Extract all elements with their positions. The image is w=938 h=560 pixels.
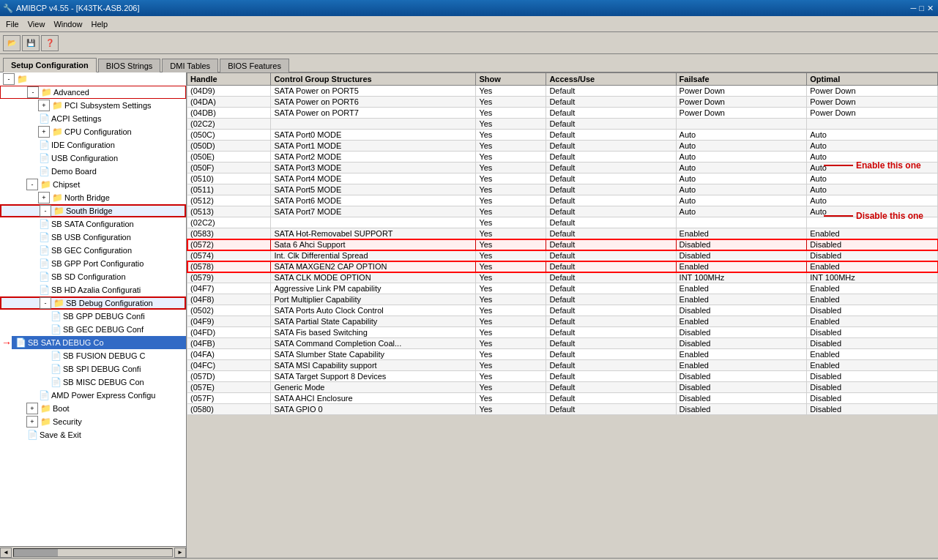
tree-item-north-bridge[interactable]: + 📁 North Bridge <box>0 191 186 204</box>
file-icon-sb-gpp-debug: 📄 <box>50 310 62 322</box>
tree-item-save-exit[interactable]: 📄 Save & Exit <box>0 428 186 441</box>
table-row[interactable]: (0502)SATA Ports Auto Clock ControlYesDe… <box>187 305 938 316</box>
tree-item-sb-hd[interactable]: 📄 SB HD Azalia Configurati <box>0 283 186 296</box>
tree-expand-advanced[interactable]: - <box>27 86 39 98</box>
menu-item-window[interactable]: Window <box>49 18 86 30</box>
tree-item-sb-sata-debug[interactable]: 📄 SB SATA DEBUG Co <box>12 336 186 349</box>
toolbar-btn-help[interactable]: ❓ <box>41 35 59 51</box>
title-bar: 🔧 AMIBCP v4.55 - [K43TK-ASB.206] ─ □ ✕ <box>0 0 938 16</box>
tree-item-amd-power[interactable]: 📄 AMD Power Express Configu <box>0 389 186 402</box>
table-row[interactable]: (04FC)SATA MSI Capability supportYesDefa… <box>187 360 938 371</box>
tree-expand-north-bridge[interactable]: + <box>38 192 50 204</box>
tree-item-south-bridge[interactable]: - 📁 South Bridge <box>0 204 186 217</box>
tab-bios-strings[interactable]: BIOS Strings <box>98 59 161 72</box>
table-row[interactable]: (050F)SATA Port3 MODEYesDefaultAutoAuto <box>187 163 938 173</box>
tree-item-sb-gpp[interactable]: 📄 SB GPP Port Configuratio <box>0 257 186 270</box>
table-row[interactable]: (0583)SATA Hot-Removabel SUPPORTYesDefau… <box>187 228 938 239</box>
menu-item-help[interactable]: Help <box>87 18 113 30</box>
tree-item-sb-sd[interactable]: 📄 SB SD Configuration <box>0 270 186 283</box>
close-btn[interactable]: ✕ <box>927 4 934 13</box>
col-optimal: Optimal <box>807 73 938 86</box>
table-row[interactable]: (0574)Int. Clk Differential SpreadYesDef… <box>187 250 938 261</box>
tab-setup-configuration[interactable]: Setup Configuration <box>3 58 97 72</box>
table-row[interactable]: (04DA)SATA Power on PORT6YesDefaultPower… <box>187 97 938 108</box>
file-icon-sb-gec: 📄 <box>38 244 50 256</box>
table-row[interactable]: (050C)SATA Port0 MODEYesDefaultAutoAuto <box>187 130 938 141</box>
table-row[interactable]: (04F7)Aggressive Link PM capabilityYesDe… <box>187 283 938 294</box>
table-row[interactable]: (04FA)SATA Slumber State CapabilityYesDe… <box>187 349 938 360</box>
tree-item-root[interactable]: - 📁 <box>0 72 186 86</box>
tree-expand-cpu[interactable]: + <box>38 126 50 138</box>
tree-item-sb-misc-debug[interactable]: 📄 SB MISC DEBUG Con <box>0 376 186 389</box>
tree-item-pci[interactable]: + 📁 PCI Subsystem Settings <box>0 99 186 112</box>
table-row[interactable]: (04DB)SATA Power on PORT7YesDefaultPower… <box>187 108 938 119</box>
tree-item-sb-spi-debug[interactable]: 📄 SB SPI DEBUG Confi <box>0 362 186 376</box>
scroll-left-btn[interactable]: ◄ <box>0 548 12 558</box>
tree-item-sb-sata[interactable]: 📄 SB SATA Configuration <box>0 217 186 231</box>
table-row[interactable]: (0510)SATA Port4 MODEYesDefaultAutoAuto <box>187 173 938 184</box>
table-container[interactable]: Handle Control Group Structures Show Acc… <box>187 72 938 558</box>
table-row[interactable]: (0580)SATA GPIO 0YesDefaultDisabledDisab… <box>187 404 938 415</box>
table-row[interactable]: (050E)SATA Port2 MODEYesDefaultAutoAuto <box>187 152 938 163</box>
file-icon-sb-gec-debug: 📄 <box>50 324 62 335</box>
table-row[interactable]: (02C2)YesDefault <box>187 119 938 130</box>
minimize-btn[interactable]: ─ <box>911 4 917 12</box>
menu-item-file[interactable]: File <box>1 18 23 30</box>
tree-expand-chipset[interactable]: - <box>26 179 38 190</box>
file-icon-sb-hd: 📄 <box>38 284 50 296</box>
tab-dmi-tables[interactable]: DMI Tables <box>162 59 218 72</box>
tree-label-sb-sata: SB SATA Configuration <box>51 220 134 228</box>
table-row[interactable]: (050D)SATA Port1 MODEYesDefaultAutoAuto <box>187 141 938 152</box>
tree-item-demo[interactable]: 📄 Demo Board <box>0 165 186 178</box>
tree-item-ide[interactable]: 📄 IDE Configuration <box>0 138 186 152</box>
menu-item-view[interactable]: View <box>23 18 50 30</box>
toolbar-btn-save[interactable]: 💾 <box>22 35 40 51</box>
h-scroll[interactable]: ◄ ► <box>0 546 186 558</box>
tree-item-cpu[interactable]: + 📁 CPU Configuration <box>0 125 186 138</box>
table-row[interactable]: (0511)SATA Port5 MODEYesDefaultAutoAuto <box>187 184 938 195</box>
table-row[interactable]: (04F9)SATA Partial State CapabilityYesDe… <box>187 316 938 327</box>
table-row[interactable]: (057E)Generic ModeYesDefaultDisabledDisa… <box>187 382 938 393</box>
table-row[interactable]: (0579)SATA CLK MODE OPTIONYesDefaultINT … <box>187 272 938 283</box>
tree-item-sb-debug[interactable]: - 📁 SB Debug Configuration <box>0 296 186 310</box>
folder-icon-boot: 📁 <box>40 403 51 414</box>
tree-item-sb-fusion-debug[interactable]: 📄 SB FUSION DEBUG C <box>0 349 186 362</box>
scroll-right-btn[interactable]: ► <box>174 548 186 558</box>
table-row[interactable]: (04F8)Port Multiplier CapabilityYesDefau… <box>187 294 938 305</box>
h-scroll-track[interactable] <box>13 548 173 557</box>
toolbar-btn-open[interactable]: 📂 <box>3 35 21 51</box>
tree-expand-root[interactable]: - <box>3 73 15 85</box>
tab-bios-features[interactable]: BIOS Features <box>220 59 289 72</box>
table-row[interactable]: (0572)Sata 6 Ahci SupportYesDefaultDisab… <box>187 239 938 250</box>
tree-expand-security[interactable]: + <box>26 416 38 428</box>
tree-item-sb-usb[interactable]: 📄 SB USB Configuration <box>0 231 186 244</box>
tree-item-advanced[interactable]: - 📁 Advanced <box>0 86 186 99</box>
table-row[interactable]: (0513)SATA Port7 MODEYesDefaultAutoAuto <box>187 206 938 217</box>
tree-item-sb-gpp-debug[interactable]: 📄 SB GPP DEBUG Confi <box>0 310 186 323</box>
table-row[interactable]: (04FD)SATA Fis based SwitchingYesDefault… <box>187 327 938 338</box>
tree-expand-pci[interactable]: + <box>38 100 50 111</box>
maximize-btn[interactable]: □ <box>919 4 924 12</box>
tree-expand-boot[interactable]: + <box>26 403 38 414</box>
table-row[interactable]: (02C2)YesDefault <box>187 217 938 228</box>
tree-item-usb[interactable]: 📄 USB Configuration <box>0 152 186 165</box>
table-row[interactable]: (04FB)SATA Command Completion Coal...Yes… <box>187 338 938 349</box>
tree-item-sb-gec-debug[interactable]: 📄 SB GEC DEBUG Conf <box>0 323 186 336</box>
table-row[interactable]: (057D)SATA Target Support 8 DevicesYesDe… <box>187 371 938 382</box>
tree-item-sb-gec[interactable]: 📄 SB GEC Configuration <box>0 244 186 257</box>
table-row[interactable]: (0512)SATA Port6 MODEYesDefaultAutoAuto <box>187 195 938 206</box>
h-scroll-thumb[interactable] <box>14 549 58 556</box>
tree-expand-sb-debug[interactable]: - <box>40 297 51 309</box>
tree-item-acpi[interactable]: 📄 ACPI Settings <box>0 112 186 125</box>
tree-item-boot[interactable]: + 📁 Boot <box>0 402 186 415</box>
table-row[interactable]: (04D9)SATA Power on PORT5YesDefaultPower… <box>187 86 938 97</box>
table-row[interactable]: (057F)SATA AHCI EnclosureYesDefaultDisab… <box>187 393 938 404</box>
tree-label-sb-usb: SB USB Configuration <box>51 233 131 242</box>
tree-label-amd-power: AMD Power Express Configu <box>51 391 155 400</box>
title-bar-text: AMIBCP v4.55 - [K43TK-ASB.206] <box>16 4 140 12</box>
tree-container[interactable]: - 📁 - 📁 Advanced + 📁 PCI Subsystem Setti… <box>0 72 186 546</box>
tree-item-security[interactable]: + 📁 Security <box>0 415 186 428</box>
tree-expand-south-bridge[interactable]: - <box>40 205 51 217</box>
tree-item-chipset[interactable]: - 📁 Chipset <box>0 178 186 191</box>
table-row[interactable]: (0578)SATA MAXGEN2 CAP OPTIONYesDefaultE… <box>187 261 938 272</box>
